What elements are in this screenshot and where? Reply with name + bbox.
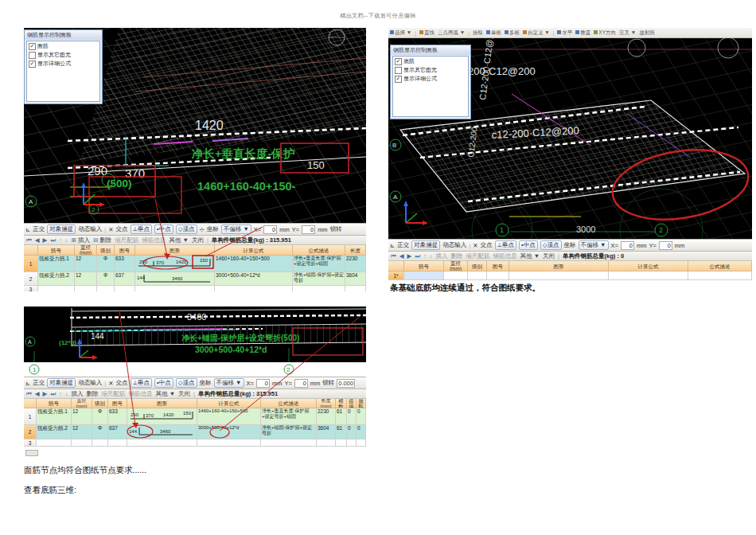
insert-button[interactable]: 插入: [72, 390, 84, 398]
snap-intersect[interactable]: 交点: [116, 225, 128, 233]
x-input[interactable]: 0: [621, 241, 634, 250]
snap-coord[interactable]: 坐标: [564, 241, 576, 249]
move-down-icon[interactable]: ↓: [430, 252, 433, 260]
toolbar-item[interactable]: 水平: [557, 29, 572, 37]
toolbar-item[interactable]: 垂直: [575, 29, 590, 37]
col-desc[interactable]: 公式描述: [688, 261, 752, 271]
table-row[interactable]: 3: [24, 439, 366, 447]
col-dia[interactable]: 直径(mm): [72, 399, 92, 408]
close-button[interactable]: 关闭: [192, 236, 204, 244]
col-level[interactable]: 级别: [92, 399, 108, 408]
nav-prev-icon[interactable]: ◀: [35, 236, 40, 244]
col-name[interactable]: 筋号: [37, 399, 72, 408]
nav-last-icon[interactable]: ⏭: [50, 236, 56, 244]
option-show-other[interactable]: 显示其它图元: [27, 50, 99, 59]
table-row[interactable]: 1 筏板受力筋.1 12 Φ 633 290 370 1420 150: [24, 256, 366, 272]
toolbar-item[interactable]: XY方向: [594, 29, 616, 37]
rebar-info-button[interactable]: 钢筋信息: [142, 236, 166, 244]
close-button[interactable]: 关闭: [178, 390, 190, 398]
snap-intersect[interactable]: 交点: [481, 241, 493, 249]
osnap-toggle[interactable]: 对象捕捉: [47, 378, 76, 388]
col-formula[interactable]: 计算公式: [215, 245, 293, 256]
cad-viewport-right[interactable]: 200·C12@200 C12-200·C12@200 C12-200 c12-…: [388, 38, 752, 239]
y-input[interactable]: 0: [294, 379, 308, 388]
table-row[interactable]: 3: [24, 286, 366, 291]
snap-vertex[interactable]: ◇顶点: [540, 240, 562, 250]
y-input[interactable]: 0: [659, 241, 672, 250]
toolbar-item[interactable]: 拾取: [473, 29, 483, 37]
dyninput-toggle[interactable]: 动态输入: [442, 241, 466, 249]
move-up-icon[interactable]: ↑: [423, 252, 427, 260]
nav-next-icon[interactable]: ▶: [407, 252, 412, 260]
cad-viewport-side[interactable]: 3460 144 (12*d) 净长+锚固-保护层+设定弯折(500) 3000…: [24, 307, 366, 362]
table-row-empty[interactable]: 1*: [388, 271, 752, 280]
delete-button[interactable]: 删除: [451, 252, 463, 260]
option-top-rebar[interactable]: ✓ 面筋: [27, 41, 99, 50]
scale-rebar-button[interactable]: 缩尺配筋: [102, 390, 126, 398]
offset-dropdown[interactable]: 不偏移 ▼: [579, 240, 609, 250]
nav-next-icon[interactable]: ▶: [43, 236, 48, 244]
close-button[interactable]: 关闭: [543, 252, 555, 260]
col-formula[interactable]: 计算公式: [609, 261, 688, 271]
toolbar-item[interactable]: 放射筋: [639, 29, 655, 37]
col-level[interactable]: 级别: [97, 245, 115, 256]
toolbar-item[interactable]: 三点画弧 ▼: [438, 29, 465, 37]
osnap-toggle[interactable]: 对象捕捉: [47, 225, 76, 234]
col-name[interactable]: 筋号: [38, 245, 75, 256]
rebar-info-button[interactable]: 钢筋信息: [129, 390, 153, 398]
offset-dropdown[interactable]: 不偏移 ▼: [221, 225, 251, 234]
move-up-icon[interactable]: ↑: [59, 236, 62, 244]
nav-next-icon[interactable]: ▶: [43, 390, 48, 397]
delete-button[interactable]: ⊟ 删除: [93, 236, 111, 244]
checkbox[interactable]: ✓: [29, 61, 36, 68]
other-dropdown[interactable]: 其他 ▼: [156, 390, 176, 398]
table-row[interactable]: 2 筏板受力筋.2 12 Φ 637 144 3460 3000+500-40+…: [24, 272, 366, 286]
option-show-formula[interactable]: ✓ 显示详细公式: [393, 74, 468, 83]
dyninput-toggle[interactable]: 动态输入: [78, 379, 102, 387]
toolbar-item[interactable]: 交叉 ▼: [619, 29, 636, 37]
nav-first-icon[interactable]: ⏮: [26, 390, 32, 398]
insert-button[interactable]: ⊞ 插入: [72, 236, 90, 244]
nav-prev-icon[interactable]: ◀: [399, 252, 404, 260]
nav-first-icon[interactable]: ⏮: [391, 252, 396, 260]
col-shape[interactable]: 图形: [135, 245, 215, 256]
dyninput-toggle[interactable]: 动态输入: [78, 225, 102, 233]
move-down-icon[interactable]: ↓: [65, 390, 68, 397]
option-show-other[interactable]: 显示其它图元: [393, 65, 468, 74]
col-count[interactable]: 根数: [336, 399, 347, 408]
col-desc[interactable]: 公式描述: [261, 399, 317, 408]
checkbox[interactable]: ✓: [395, 58, 402, 65]
x-input[interactable]: 0: [256, 379, 270, 388]
snap-perp[interactable]: ⊥垂点: [131, 378, 153, 388]
option-bottom-rebar[interactable]: ✓ 底筋: [393, 57, 468, 65]
col-level[interactable]: 级别: [468, 261, 487, 271]
ortho-toggle[interactable]: 正交: [33, 379, 45, 387]
snap-mid[interactable]: •中点: [154, 378, 173, 388]
toolbar-item[interactable]: 选择 ▼: [390, 29, 411, 37]
col-lap[interactable]: 搭接: [347, 399, 357, 408]
insert-button[interactable]: 插入: [436, 252, 448, 260]
snap-coord[interactable]: 坐标: [207, 225, 219, 233]
scale-rebar-button[interactable]: 缩尺配筋: [466, 252, 490, 260]
snap-mid[interactable]: •中点: [519, 240, 538, 250]
x-input[interactable]: 0: [263, 225, 277, 234]
snap-mid[interactable]: •中点: [154, 225, 173, 234]
rebar-display-panel[interactable]: 钢筋显示控制面板 ✓ 底筋 显示其它图元 ✓ 显示详细公式: [390, 45, 471, 119]
osnap-toggle[interactable]: 对象捕捉: [411, 240, 440, 250]
nav-last-icon[interactable]: ⏭: [50, 390, 56, 398]
scale-rebar-button[interactable]: 缩尺配筋: [115, 236, 138, 244]
table-row[interactable]: 2 筏板受力筋.2 12 Φ 637 144 3460 3000+500-40+…: [24, 425, 366, 439]
nav-first-icon[interactable]: ⏮: [26, 236, 32, 244]
snap-perp[interactable]: ⊥垂点: [131, 225, 153, 234]
snap-vertex[interactable]: ◇顶点: [176, 378, 197, 388]
toolbar-item[interactable]: 单板: [486, 29, 501, 37]
snap-coord[interactable]: 坐标: [200, 379, 212, 387]
toolbar-item[interactable]: 直线: [419, 29, 435, 37]
move-down-icon[interactable]: ↓: [65, 236, 68, 244]
col-loss[interactable]: 损耗: [357, 399, 366, 408]
lock-input[interactable]: 0.000: [337, 379, 355, 388]
checkbox[interactable]: [395, 67, 402, 74]
snap-intersect[interactable]: 交点: [116, 379, 128, 387]
col-desc[interactable]: 公式描述: [293, 245, 345, 256]
checkbox[interactable]: ✓: [29, 43, 36, 50]
